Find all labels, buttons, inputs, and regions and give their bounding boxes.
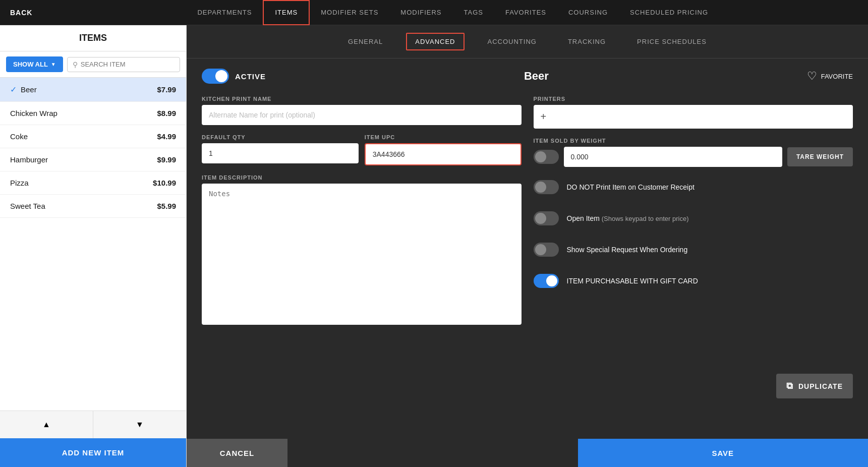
gift-card-row: ITEM PURCHASABLE WITH GIFT CARD [534,270,853,292]
item-name-pizza: Pizza [10,179,29,187]
gift-card-toggle[interactable] [534,274,559,288]
do-not-print-toggle[interactable] [534,180,559,194]
sub-tabs: GENERAL ADVANCED ACCOUNTING TRACKING PRI… [187,25,868,59]
form-left: KITCHEN PRINT NAME DEFAULT QTY ITEM UPC [202,96,522,327]
nav-item-modifier-sets[interactable]: MODIFIER SETS [310,0,389,25]
search-input[interactable] [81,61,175,68]
form-top-row: ACTIVE Beer ♡ FAVORITE [202,69,853,84]
item-name-coke: Coke [10,132,28,141]
item-name-chicken-wrap: Chicken Wrap [10,109,57,118]
favorite-label: FAVORITE [821,73,853,80]
heart-icon: ♡ [807,70,817,83]
nav-item-items[interactable]: ITEMS [263,0,310,25]
top-navigation: BACK DEPARTMENTS ITEMS MODIFIER SETS MOD… [0,0,868,25]
sold-by-weight-toggle[interactable] [534,150,559,164]
nav-item-modifiers[interactable]: MODIFIERS [389,0,452,25]
item-upc-label: ITEM UPC [365,134,522,140]
active-toggle[interactable] [202,69,229,84]
item-description-textarea[interactable] [202,184,522,325]
selected-checkmark-icon: ✓ [10,85,17,94]
do-not-print-label: DO NOT Print Item on Customer Receipt [567,183,695,191]
item-price-chicken-wrap: $8.99 [157,109,176,118]
open-item-toggle[interactable] [534,211,559,225]
bottom-spacer [287,439,578,467]
item-name-hamburger: Hamburger [10,155,48,164]
printers-add-button[interactable]: + [534,105,853,129]
item-price-beer: $7.99 [157,85,176,94]
item-price-sweet-tea: $5.99 [157,202,176,210]
item-title: Beer [266,70,807,83]
item-name-beer: ✓ Beer [10,85,37,94]
search-icon: ⚲ [73,61,78,69]
special-request-row: Show Special Request When Ordering [534,239,853,261]
active-section: ACTIVE [202,69,266,84]
default-qty-input[interactable] [202,143,359,163]
nav-item-departments[interactable]: DEPARTMENTS [186,0,263,25]
favorite-button[interactable]: ♡ FAVORITE [807,70,853,83]
arrow-down-button[interactable]: ▼ [93,411,186,438]
sidebar-list: ✓ Beer $7.99 Chicken Wrap $8.99 Coke $4.… [0,78,186,411]
item-price-coke: $4.99 [157,132,176,141]
sidebar-item-hamburger[interactable]: Hamburger $9.99 [0,148,186,171]
arrow-up-button[interactable]: ▲ [0,411,93,438]
tab-tracking[interactable]: TRACKING [560,34,614,49]
kitchen-print-name-label: KITCHEN PRINT NAME [202,96,522,102]
default-qty-field: DEFAULT QTY [202,134,359,165]
printers-label: PRINTERS [534,96,853,102]
show-all-label: SHOW ALL [13,61,48,68]
save-button[interactable]: SAVE [578,439,869,467]
weight-input[interactable] [564,147,782,167]
duplicate-icon: ⧉ [786,381,793,391]
item-price-pizza: $10.99 [153,179,176,187]
tab-accounting[interactable]: ACCOUNTING [480,34,545,49]
cancel-button[interactable]: CANCEL [187,439,287,467]
back-button[interactable]: BACK [10,9,32,17]
tab-price-schedules[interactable]: PRICE SCHEDULES [629,34,715,49]
item-description-field: ITEM DESCRIPTION [202,174,522,327]
kitchen-print-name-field: KITCHEN PRINT NAME [202,96,522,125]
form-columns: KITCHEN PRINT NAME DEFAULT QTY ITEM UPC [202,96,853,327]
gift-card-label: ITEM PURCHASABLE WITH GIFT CARD [567,277,698,285]
special-request-toggle[interactable] [534,243,559,257]
sidebar-item-chicken-wrap[interactable]: Chicken Wrap $8.99 [0,102,186,125]
tab-advanced[interactable]: ADVANCED [406,33,464,50]
bottom-bar: CANCEL SAVE [187,439,868,467]
main-layout: ITEMS SHOW ALL ▼ ⚲ ✓ Beer $7.99 Chicke [0,25,868,467]
item-sold-by-weight-field: ITEM SOLD BY WEIGHT TARE WEIGHT [534,138,853,167]
content-area: GENERAL ADVANCED ACCOUNTING TRACKING PRI… [187,25,868,467]
default-qty-label: DEFAULT QTY [202,134,359,140]
duplicate-button[interactable]: ⧉ DUPLICATE [776,374,853,398]
item-upc-input[interactable] [365,143,522,165]
tare-weight-button[interactable]: TARE WEIGHT [787,147,853,166]
qty-upc-row: DEFAULT QTY ITEM UPC [202,134,522,165]
duplicate-label: DUPLICATE [798,382,843,390]
sidebar: ITEMS SHOW ALL ▼ ⚲ ✓ Beer $7.99 Chicke [0,25,187,467]
tab-general[interactable]: GENERAL [340,34,391,49]
sidebar-arrows: ▲ ▼ [0,411,186,438]
sidebar-item-coke[interactable]: Coke $4.99 [0,125,186,148]
sold-by-weight-row: TARE WEIGHT [534,147,853,167]
nav-item-favorites[interactable]: FAVORITES [494,0,557,25]
printers-field: PRINTERS + [534,96,853,129]
open-item-sub: (Shows keypad to enter price) [602,215,689,222]
form-right: PRINTERS + ITEM SOLD BY WEIGHT TARE [534,96,853,327]
kitchen-print-name-input[interactable] [202,105,522,125]
sidebar-header: ITEMS [0,25,186,51]
nav-items: DEPARTMENTS ITEMS MODIFIER SETS MODIFIER… [47,0,858,25]
sidebar-controls: SHOW ALL ▼ ⚲ [0,51,186,78]
item-sold-by-weight-label: ITEM SOLD BY WEIGHT [534,138,853,144]
do-not-print-row: DO NOT Print Item on Customer Receipt [534,176,853,198]
sidebar-item-beer[interactable]: ✓ Beer $7.99 [0,78,186,102]
nav-item-coursing[interactable]: COURSING [557,0,619,25]
item-upc-field: ITEM UPC [365,134,522,165]
item-description-label: ITEM DESCRIPTION [202,174,522,181]
item-name-sweet-tea: Sweet Tea [10,202,45,210]
item-price-hamburger: $9.99 [157,155,176,164]
show-all-button[interactable]: SHOW ALL ▼ [6,56,63,72]
nav-item-scheduled-pricing[interactable]: SCHEDULED PRICING [619,0,719,25]
add-new-item-button[interactable]: ADD NEW ITEM [0,438,186,467]
active-label: ACTIVE [235,72,266,81]
sidebar-item-pizza[interactable]: Pizza $10.99 [0,171,186,195]
nav-item-tags[interactable]: TAGS [453,0,494,25]
sidebar-item-sweet-tea[interactable]: Sweet Tea $5.99 [0,195,186,218]
